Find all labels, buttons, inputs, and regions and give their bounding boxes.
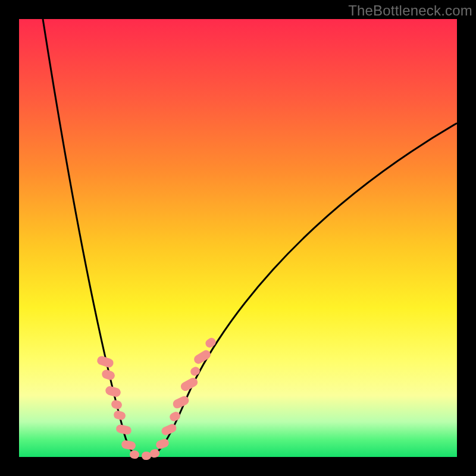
data-marker [101, 368, 116, 381]
data-marker [115, 424, 132, 435]
data-marker [204, 336, 218, 349]
data-marker [121, 440, 136, 450]
curve-left [43, 19, 138, 456]
watermark-label: TheBottleneck.com [348, 2, 472, 19]
curve-right [150, 123, 457, 456]
data-marker [104, 385, 121, 398]
data-marker [155, 438, 170, 450]
chart-stage: TheBottleneck.com [0, 0, 476, 476]
data-marker [189, 365, 202, 377]
data-marker [192, 349, 212, 366]
data-marker [142, 452, 151, 461]
plot-area [19, 19, 457, 457]
data-marker [110, 399, 123, 410]
data-marker [113, 410, 127, 421]
curve-svg [19, 19, 457, 457]
